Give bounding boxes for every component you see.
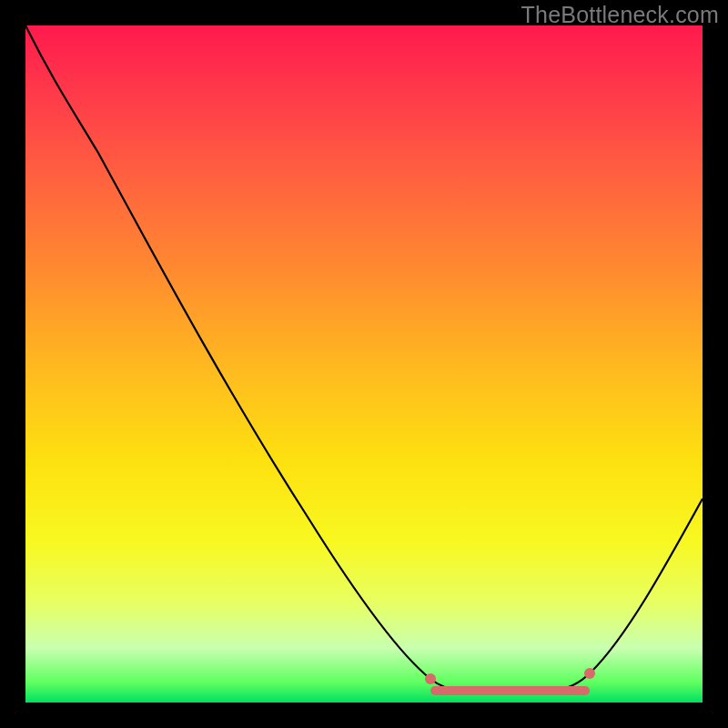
chart-svg [25,25,703,703]
plot-area [25,25,703,703]
chart-frame [25,25,703,703]
bottleneck-curve [25,25,703,690]
marker-dot-right [584,668,595,679]
flat-bottom-marker [430,686,590,695]
watermark-text: TheBottleneck.com [521,2,719,28]
marker-dot-left [425,673,436,684]
